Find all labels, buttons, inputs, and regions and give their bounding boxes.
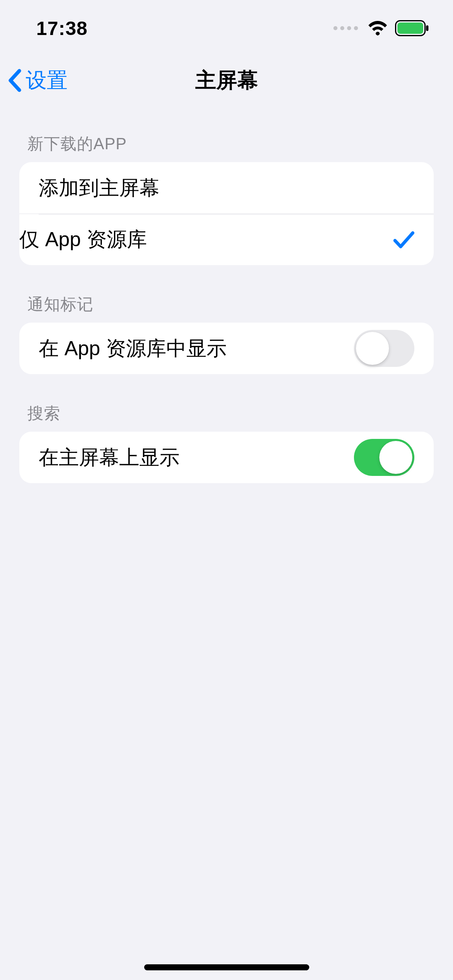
status-bar: 17:38 bbox=[0, 0, 453, 56]
option-label: 仅 App 资源库 bbox=[19, 226, 147, 253]
option-add-to-home[interactable]: 添加到主屏幕 bbox=[19, 162, 434, 214]
nav-bar: 设置 主屏幕 bbox=[0, 56, 453, 105]
section-header-badges: 通知标记 bbox=[19, 265, 434, 323]
home-indicator[interactable] bbox=[144, 964, 309, 970]
option-label: 添加到主屏幕 bbox=[39, 175, 159, 202]
signal-dots-icon bbox=[333, 26, 358, 30]
group-badges: 在 App 资源库中显示 bbox=[19, 323, 434, 374]
back-label: 设置 bbox=[26, 66, 68, 95]
status-right bbox=[333, 20, 429, 36]
option-app-library-only[interactable]: 仅 App 资源库 bbox=[19, 214, 434, 265]
section-header-new-downloads: 新下载的APP bbox=[19, 105, 434, 162]
row-show-in-app-library: 在 App 资源库中显示 bbox=[19, 323, 434, 374]
row-label: 在主屏幕上显示 bbox=[39, 444, 180, 471]
svg-rect-1 bbox=[397, 23, 423, 34]
toggle-show-on-home[interactable] bbox=[354, 439, 414, 476]
wifi-icon bbox=[368, 21, 388, 36]
status-time: 17:38 bbox=[36, 17, 88, 39]
chevron-left-icon bbox=[7, 68, 23, 93]
section-header-search: 搜索 bbox=[19, 374, 434, 432]
checkmark-icon bbox=[393, 231, 414, 249]
battery-icon bbox=[395, 20, 429, 36]
svg-rect-2 bbox=[426, 25, 428, 31]
row-label: 在 App 资源库中显示 bbox=[39, 335, 227, 362]
back-button[interactable]: 设置 bbox=[7, 66, 68, 95]
group-new-downloads: 添加到主屏幕 仅 App 资源库 bbox=[19, 162, 434, 265]
page-title: 主屏幕 bbox=[0, 66, 453, 95]
group-search: 在主屏幕上显示 bbox=[19, 432, 434, 483]
row-show-on-home: 在主屏幕上显示 bbox=[19, 432, 434, 483]
toggle-show-in-app-library[interactable] bbox=[354, 330, 414, 367]
